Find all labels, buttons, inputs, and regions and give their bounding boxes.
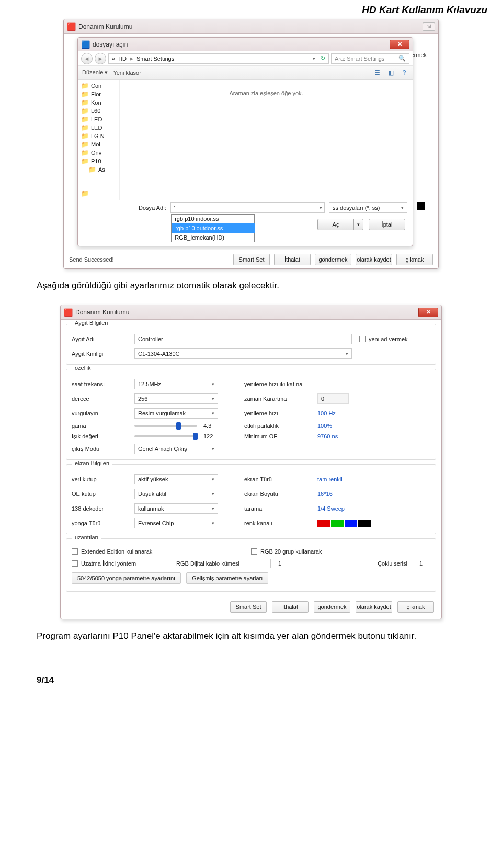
nav-forward-button[interactable]: ►	[95, 53, 106, 64]
new-folder-button[interactable]: Yeni klasör	[113, 70, 141, 76]
tree-item[interactable]: 📁LED	[81, 123, 119, 132]
suggest-item-selected[interactable]: rgb p10 outdoor.ss	[172, 223, 255, 233]
device-name-field[interactable]: Controller	[134, 334, 352, 344]
swatch-red[interactable]	[317, 520, 330, 527]
breadcrumb-item[interactable]: Smart Settings	[136, 55, 174, 62]
extended-edition-checkbox[interactable]	[72, 548, 78, 555]
smart-set-button[interactable]: Smart Set	[233, 254, 270, 265]
scan-value: 1/4 Sweep	[317, 505, 345, 512]
time-dim-field[interactable]: 0	[317, 393, 349, 404]
close-icon[interactable]: ✕	[390, 40, 409, 49]
settings-title: Donanım Kurulumu	[75, 309, 415, 316]
send-button[interactable]: göndermek	[315, 254, 351, 265]
rgb20-checkbox[interactable]	[251, 548, 257, 555]
minimize-icon[interactable]: ⇲	[423, 22, 435, 31]
label-degree: derece	[72, 396, 134, 402]
tree-item[interactable]: 📁LG N	[81, 132, 119, 140]
exit-button[interactable]: çıkmak	[396, 254, 433, 265]
label-time-dim: zaman Karartma	[234, 396, 317, 402]
exit-button[interactable]: çıkmak	[397, 601, 434, 613]
import-button[interactable]: İthalat	[272, 601, 309, 613]
advanced-params-button[interactable]: Gelişmiş parametre ayarları	[186, 572, 268, 584]
folder-icon: 📁	[81, 91, 89, 98]
chevron-down-icon: ▾	[346, 351, 348, 356]
output-mode-select[interactable]: Genel Amaçlı Çıkış▾	[134, 444, 218, 454]
light-slider[interactable]	[134, 435, 197, 437]
frequency-value: 12.5MHz	[138, 381, 161, 387]
search-input[interactable]: Ara: Smart Settings 🔍	[331, 53, 409, 64]
emphasize-select[interactable]: Resim vurgulamak▾	[134, 408, 218, 419]
suggest-item[interactable]: RGB_Icmekan(HD)	[172, 233, 254, 242]
tree-item-label: LG N	[91, 133, 105, 139]
label-gamma: gama	[72, 423, 134, 429]
breadcrumb[interactable]: « HD ▶ Smart Settings ▾ ↻	[108, 53, 329, 64]
import-button[interactable]: İthalat	[274, 254, 311, 265]
settings-button-row: Smart Set İthalat göndermek olarak kayde…	[61, 596, 441, 619]
open-button-dropdown[interactable]: ▾	[354, 219, 363, 230]
degree-select[interactable]: 256▾	[134, 393, 218, 404]
swatch-black[interactable]	[358, 520, 371, 527]
open-button-main[interactable]: Aç	[317, 219, 354, 230]
chevron-down-icon[interactable]: ▾	[313, 56, 315, 61]
tree-item[interactable]: 📁Flor	[81, 90, 119, 98]
group-screen-info: ekran Bilgileri veri kutup aktif yüksek▾…	[66, 464, 436, 534]
autocomplete-popup: rgb p10 indoor.ss rgb p10 outdoor.ss RGB…	[171, 214, 255, 242]
folder-tree[interactable]: 📁Con 📁Flor 📁Kon 📁L60 📁LED 📁LED 📁LG N 📁Mo…	[78, 80, 120, 200]
suggest-item[interactable]: rgb p10 indoor.ss	[172, 215, 254, 223]
refresh-icon[interactable]: ↻	[321, 55, 325, 62]
device-id-select[interactable]: C1-1304-A130C ▾	[134, 348, 352, 359]
color-swatches	[317, 520, 371, 527]
frequency-select[interactable]: 12.5MHz▾	[134, 379, 218, 389]
swatch-green[interactable]	[331, 520, 344, 527]
nav-back-button[interactable]: ◄	[81, 53, 93, 64]
chevron-down-icon[interactable]: ▾	[320, 205, 322, 210]
smart-set-button[interactable]: Smart Set	[230, 601, 267, 613]
oe-pole-value: Düşük aktif	[138, 491, 166, 497]
tree-item-label: L60	[91, 108, 100, 114]
data-pole-select[interactable]: aktif yüksek▾	[134, 474, 218, 484]
decoder-select[interactable]: kullanmak▾	[134, 503, 218, 514]
filename-row: Dosya Adı: r ▾ rgb p10 indoor.ss rgb p10…	[78, 200, 413, 216]
organize-menu[interactable]: Düzenle ▾	[82, 69, 108, 76]
cancel-button[interactable]: İptal	[369, 219, 405, 230]
cluster-stepper[interactable]: 1	[270, 559, 289, 568]
extended-edition-label: Extended Edition kullanarak	[81, 548, 152, 555]
device-name-value: Controller	[138, 336, 163, 342]
app-icon: 🟦	[81, 40, 89, 49]
gamma-slider[interactable]	[134, 425, 197, 427]
tree-item[interactable]: 📁Onv	[81, 149, 119, 157]
preview-icon[interactable]: ◧	[386, 69, 395, 77]
save-as-button[interactable]: olarak kaydet	[356, 601, 392, 613]
file-type-select[interactable]: ss dosyaları (*. ss) ▾	[329, 202, 407, 213]
breadcrumb-item[interactable]: HD	[118, 55, 127, 62]
chip-params-button[interactable]: 5042/5050 yonga parametre ayarlarını	[72, 572, 181, 584]
label-screen-size: ekran Boyutu	[234, 491, 317, 497]
tree-item-label: Con	[91, 83, 101, 89]
chip-type-select[interactable]: Evrensel Chip▾	[134, 518, 218, 528]
close-icon[interactable]: ✕	[418, 308, 438, 317]
open-button[interactable]: Aç ▾	[317, 219, 363, 230]
oe-pole-select[interactable]: Düşük aktif▾	[134, 489, 218, 499]
tree-item[interactable]: 📁Mol	[81, 140, 119, 149]
tree-item[interactable]: 📁Kon	[81, 98, 119, 107]
swatch-blue[interactable]	[345, 520, 357, 527]
tree-item[interactable]: 📁L60	[81, 107, 119, 115]
group-device-info: Aygıt Bilgileri Aygıt Adı Controller yen…	[66, 324, 436, 365]
tree-item[interactable]: 📁LED	[81, 115, 119, 123]
folder-icon: 📁	[81, 149, 89, 156]
ext-second-checkbox[interactable]	[72, 560, 78, 567]
help-icon[interactable]: ?	[400, 69, 408, 77]
view-icon[interactable]: ☰	[373, 69, 381, 77]
multi-series-stepper[interactable]: 1	[412, 559, 430, 568]
tree-item[interactable]: 📁As	[81, 165, 119, 174]
label-min-oe: Minimum OE	[234, 433, 317, 439]
page-number: 9/14	[0, 649, 502, 701]
filename-input[interactable]: r ▾ rgb p10 indoor.ss rgb p10 outdoor.ss…	[170, 202, 325, 213]
rename-checkbox[interactable]	[359, 336, 366, 342]
tree-item[interactable]: 📁	[81, 189, 119, 198]
tree-item[interactable]: 📁Con	[81, 82, 119, 90]
tree-item[interactable]: 📁P10	[81, 157, 119, 165]
label-multi-series: Çoklu serisi	[289, 560, 412, 567]
send-button[interactable]: göndermek	[314, 601, 350, 613]
save-as-button[interactable]: olarak kaydet	[356, 254, 392, 265]
